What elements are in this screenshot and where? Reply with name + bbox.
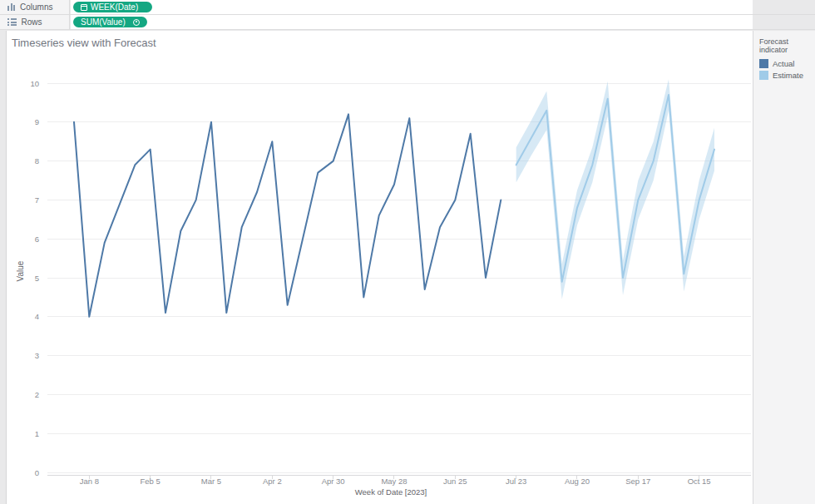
rows-shelf-track[interactable]: SUM(Value) xyxy=(71,15,753,29)
x-tick-label: Jan 8 xyxy=(80,477,99,486)
x-tick-label: Jul 23 xyxy=(506,477,526,486)
legend-swatch-estimate xyxy=(759,71,768,80)
sum-value-pill[interactable]: SUM(Value) xyxy=(73,17,147,27)
x-tick-label: Apr 2 xyxy=(263,477,282,486)
sheet-title[interactable]: Timeseries view with Forecast xyxy=(12,37,156,49)
y-tick-label: 4 xyxy=(35,312,39,321)
x-tick-label: Feb 5 xyxy=(141,477,161,486)
left-gutter xyxy=(0,31,7,504)
legend-item-estimate[interactable]: Estimate xyxy=(759,71,815,80)
x-tick-label: Sep 17 xyxy=(625,477,650,486)
y-tick-label: 3 xyxy=(35,351,39,360)
week-date-pill-label: WEEK(Date) xyxy=(91,2,138,12)
calendar-icon xyxy=(81,4,87,11)
shelf-area: Columns WEEK(Date) Rows SUM(Value) xyxy=(0,0,815,31)
columns-shelf-track[interactable]: WEEK(Date) xyxy=(71,0,753,14)
x-tick-label: Oct 15 xyxy=(688,477,711,486)
y-tick-label: 5 xyxy=(35,274,39,283)
legend-label-estimate: Estimate xyxy=(773,71,803,80)
y-axis-title: Value xyxy=(16,260,25,281)
forecast-icon xyxy=(133,19,140,26)
legend-label-actual: Actual xyxy=(773,59,794,68)
legend-swatch-actual xyxy=(759,59,768,68)
x-axis-title: Week of Date [2023] xyxy=(355,487,427,497)
timeseries-chart: 012345678910Jan 8Feb 5Mar 5Apr 2Apr 30Ma… xyxy=(0,0,815,504)
legend-panel: Forecast indicator Actual Estimate xyxy=(753,31,815,504)
y-tick-label: 2 xyxy=(35,390,39,399)
columns-shelf-label: Columns xyxy=(20,2,52,12)
y-tick-label: 7 xyxy=(35,195,39,205)
y-tick-label: 8 xyxy=(35,156,39,166)
week-date-pill[interactable]: WEEK(Date) xyxy=(73,2,152,12)
x-tick-label: Aug 20 xyxy=(565,477,590,486)
actual-series-line[interactable] xyxy=(74,114,501,316)
sum-value-pill-label: SUM(Value) xyxy=(81,17,126,27)
columns-icon xyxy=(7,3,15,11)
y-tick-label: 10 xyxy=(30,79,39,88)
rows-shelf: Rows SUM(Value) xyxy=(0,15,815,30)
columns-shelf: Columns WEEK(Date) xyxy=(0,0,815,15)
y-tick-label: 0 xyxy=(35,468,39,477)
rows-shelf-header: Rows xyxy=(0,15,70,29)
tableau-worksheet-window: 012345678910Jan 8Feb 5Mar 5Apr 2Apr 30Ma… xyxy=(0,0,815,504)
columns-shelf-header: Columns xyxy=(0,0,70,14)
x-tick-label: Apr 30 xyxy=(322,477,345,486)
y-tick-label: 9 xyxy=(35,117,39,126)
y-tick-label: 1 xyxy=(35,429,39,438)
x-tick-label: May 28 xyxy=(381,477,407,486)
y-tick-label: 6 xyxy=(35,235,39,244)
legend-title: Forecast indicator xyxy=(759,37,815,54)
x-tick-label: Jun 25 xyxy=(443,477,467,486)
rows-icon xyxy=(7,18,17,26)
legend-item-actual[interactable]: Actual xyxy=(759,59,815,68)
x-tick-label: Mar 5 xyxy=(201,477,221,486)
rows-shelf-label: Rows xyxy=(22,17,42,27)
